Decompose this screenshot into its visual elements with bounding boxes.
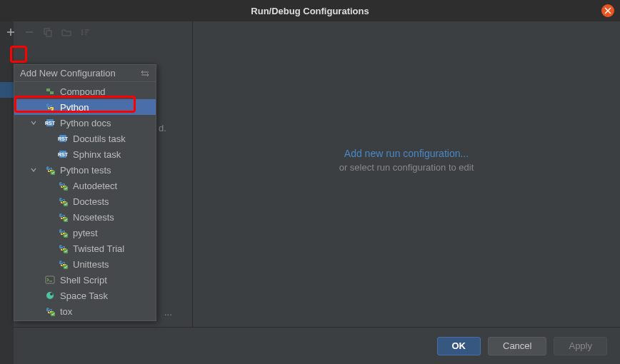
minus-icon	[24, 27, 34, 37]
svg-text:RST: RST	[58, 136, 68, 141]
collapse-icon	[140, 69, 150, 79]
ok-button[interactable]: OK	[437, 337, 481, 355]
config-type-label: Space Task	[60, 290, 108, 301]
apply-button[interactable]: Apply	[554, 337, 607, 355]
config-type-label: Autodetect	[73, 181, 117, 191]
config-type-compound[interactable]: Compound	[14, 84, 156, 99]
cancel-button[interactable]: Cancel	[488, 337, 546, 355]
dropdown-title: Add New Configuration	[20, 68, 116, 79]
svg-rect-1	[46, 31, 51, 36]
config-type-label: Docutils task	[73, 133, 126, 144]
pytest-icon	[57, 211, 69, 223]
empty-state: Add new run configuration... or select r…	[339, 148, 474, 173]
left-panel: Add New Configuration CompoundPythonRSTP…	[0, 21, 193, 327]
add-config-button[interactable]	[4, 26, 17, 39]
shell-icon	[44, 274, 56, 285]
left-gutter-footer	[0, 327, 14, 364]
svg-point-18	[46, 292, 54, 299]
add-config-dropdown: Add New Configuration CompoundPythonRSTP…	[14, 64, 156, 321]
svg-text:RST: RST	[58, 152, 68, 157]
svg-rect-17	[46, 276, 54, 283]
close-button[interactable]	[601, 4, 614, 17]
dropdown-collapse-button[interactable]	[140, 69, 150, 79]
config-type-label: Compound	[60, 86, 106, 97]
config-type-tox[interactable]: tox	[14, 303, 156, 319]
config-type-sphinx-task[interactable]: RSTSphinx task	[14, 146, 156, 162]
copy-config-button[interactable]	[41, 26, 54, 39]
chevron-down-icon	[30, 165, 39, 176]
config-type-label: Sphinx task	[73, 149, 121, 160]
empty-state-subtitle: or select run configuration to edit	[339, 162, 474, 173]
pytest-icon	[57, 243, 69, 254]
config-type-label: Python tests	[60, 165, 111, 176]
config-type-unittests[interactable]: Unittests	[14, 256, 156, 272]
config-type-python[interactable]: Python	[14, 99, 156, 115]
svg-rect-3	[50, 91, 54, 94]
save-template-button[interactable]	[60, 26, 73, 39]
dropdown-list: CompoundPythonRSTPython docsRSTDocutils …	[14, 82, 156, 320]
remove-config-button[interactable]	[23, 26, 36, 39]
config-type-label: Nosetests	[73, 212, 114, 223]
config-type-label: pytest	[73, 228, 98, 238]
pytest-icon	[57, 196, 69, 207]
chevron-down-icon	[30, 118, 39, 128]
left-gutter	[0, 21, 14, 327]
truncated-text: d.	[159, 123, 166, 133]
config-type-label: Unittests	[73, 259, 109, 270]
config-type-space-task[interactable]: Space Task	[14, 288, 156, 303]
space-icon	[44, 290, 56, 301]
plus-icon	[6, 27, 16, 37]
docs-icon: RST	[57, 148, 69, 160]
folder-icon	[61, 27, 71, 37]
pytest-icon	[44, 305, 56, 317]
svg-point-19	[50, 293, 53, 295]
config-type-label: Doctests	[73, 196, 109, 207]
pytest-icon	[57, 258, 69, 270]
config-type-doctests[interactable]: Doctests	[14, 193, 156, 209]
dropdown-header: Add New Configuration	[14, 65, 156, 82]
python-icon	[44, 101, 56, 113]
sort-icon	[80, 27, 90, 37]
config-type-docutils-task[interactable]: RSTDocutils task	[14, 131, 156, 146]
titlebar: Run/Debug Configurations	[0, 0, 620, 21]
right-panel: d. Add new run configuration... or selec…	[193, 21, 620, 327]
pytest-icon	[44, 164, 56, 176]
compound-icon	[44, 86, 56, 97]
main-area: Add New Configuration CompoundPythonRSTP…	[0, 21, 620, 327]
config-type-label: Python	[60, 102, 89, 113]
left-gutter-selection	[0, 82, 14, 98]
config-type-label: Python docs	[60, 118, 111, 128]
pytest-icon	[57, 227, 69, 238]
copy-icon	[43, 27, 53, 37]
svg-rect-2	[46, 89, 50, 91]
config-type-label: Shell Script	[60, 275, 107, 285]
pytest-icon	[57, 180, 69, 191]
config-type-pytest[interactable]: pytest	[14, 225, 156, 241]
config-type-python-tests[interactable]: Python tests	[14, 162, 156, 178]
close-icon	[604, 7, 611, 14]
config-toolbar	[0, 21, 192, 43]
truncated-ellipsis: ...	[164, 307, 172, 318]
config-type-twisted-trial[interactable]: Twisted Trial	[14, 241, 156, 256]
sort-button[interactable]	[79, 26, 91, 39]
config-type-python-docs[interactable]: RSTPython docs	[14, 115, 156, 131]
config-type-autodetect[interactable]: Autodetect	[14, 178, 156, 193]
docs-icon: RST	[57, 133, 69, 144]
window-title: Run/Debug Configurations	[251, 6, 369, 16]
dialog-footer: OK Cancel Apply	[0, 327, 620, 364]
docs-icon: RST	[44, 117, 56, 128]
add-new-config-link[interactable]: Add new run configuration...	[339, 148, 474, 159]
config-type-label: tox	[60, 306, 72, 317]
config-type-label: Twisted Trial	[73, 243, 124, 254]
config-type-shell-script[interactable]: Shell Script	[14, 272, 156, 288]
config-type-nosetests[interactable]: Nosetests	[14, 209, 156, 225]
svg-text:RST: RST	[45, 121, 55, 126]
